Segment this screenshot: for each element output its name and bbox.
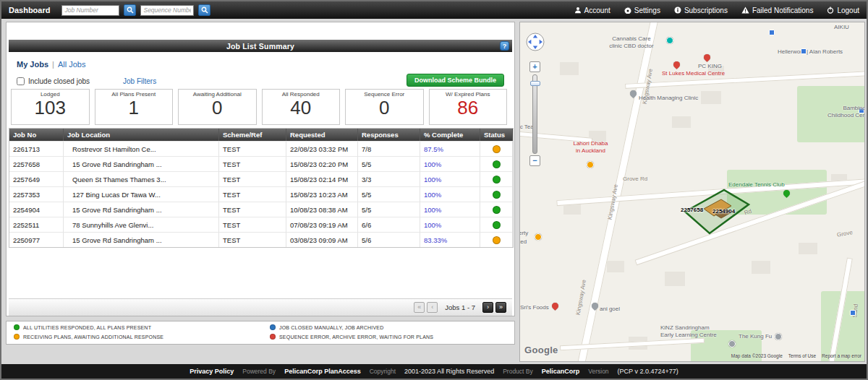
job-filters-link[interactable]: Job Filters [123,77,156,85]
zoom-slider-track[interactable] [532,74,537,154]
cell-responses: 5/6 [358,232,420,247]
cell-responses: 3/3 [358,171,420,186]
column-requested[interactable]: Requested [286,129,358,141]
version-label: Version [588,368,608,375]
powered-by-link[interactable]: PelicanCorp PlanAccess [284,368,361,375]
map-label-partial-erty-ted: erty ted [519,229,528,246]
filter-controls-row: Include closed jobs Job Filters [17,77,156,85]
lahori-restaurant-poi-icon [587,161,594,168]
cell-requested: 07/08/23 09:19 AM [286,217,358,232]
cell-responses: 5/5 [358,186,420,202]
include-closed-jobs-checkbox[interactable] [17,77,25,85]
cell-status [480,217,513,232]
map-pan-control[interactable] [526,33,545,51]
stat-value: 40 [263,98,340,119]
table-row[interactable]: 2250977 15 Grove Rd Sandringham ... TEST… [9,232,513,247]
cell-percent-complete: 100% [420,217,480,232]
cell-job-no: 2257658 [9,156,64,171]
download-scheme-bundle-button[interactable]: Download Scheme Bundle [407,74,504,87]
google-logo[interactable]: Google [524,345,558,355]
column-scheme-ref[interactable]: Scheme/Ref [219,129,286,141]
footer-bar: Privacy Policy Powered By PelicanCorp Pl… [1,364,867,379]
cell-requested: 10/08/23 08:38 AM [286,202,358,217]
table-row[interactable]: 2257658 15 Grove Rd Sandringham ... TEST… [9,156,513,171]
cell-job-no: 2257649 [9,171,64,186]
cell-scheme-ref: TEST [219,232,286,247]
previous-page-button[interactable]: ‹ [427,302,438,313]
logout-label: Logout [837,7,859,14]
subscriptions-label: Subscriptions [684,7,728,14]
warning-icon [741,7,749,14]
legend-text: ALL UTILITIES RESPONDED, ALL PLANS PRESE… [23,325,151,330]
map-canvas[interactable]: 2257658 2254904 AIKIU Cannabis Care clin… [519,22,865,362]
cell-status [480,171,513,186]
street-label-grove-partial: Grove [836,229,853,238]
account-menu-item[interactable]: Account [574,7,610,14]
table-row[interactable]: 2252511 78 Sunnyhills Ave Glenvi... TEST… [9,217,513,232]
tab-all-jobs[interactable]: All Jobs [58,60,86,69]
column-job-no[interactable]: Job No [9,129,64,141]
st-lukes-pin-icon [672,60,681,69]
map-marker-job-2257658[interactable]: 2257658 [681,207,703,213]
tab-my-jobs[interactable]: My Jobs [17,60,48,69]
dashboard-link[interactable]: Dashboard [9,6,50,14]
legend-item: ALL UTILITIES RESPONDED, ALL PLANS PRESE… [14,324,151,330]
zoom-out-button[interactable]: − [529,155,540,166]
terms-of-use-link[interactable]: Terms of Use [788,353,816,358]
zoom-slider-handle[interactable] [530,81,540,86]
cell-job-no: 2250977 [9,232,64,247]
job-number-search-button[interactable] [124,4,136,16]
stat-lodged: Lodged 103 [11,89,90,125]
transit-icon [769,30,775,35]
cell-scheme-ref: TEST [219,156,286,171]
map-label-kung-fu: The Kung Fu [739,333,772,340]
legend-text: RECEIVING PLANS, AWAITING ADDITIONAL RES… [23,334,163,340]
tab-divider: | [52,60,54,69]
cell-requested: 03/08/23 09:09 AM [286,232,358,247]
powered-by-label: Powered By [242,368,276,375]
zoom-in-button[interactable]: + [529,61,540,72]
map-building [607,261,624,272]
logout-menu-item[interactable]: Logout [827,7,859,14]
job-list-summary-panel: Job List Summary ? My Jobs|All Jobs Incl… [6,22,515,316]
failed-notifications-menu-item[interactable]: Failed Notifications [741,7,813,14]
cell-status [480,232,513,247]
privacy-policy-link[interactable]: Privacy Policy [190,368,234,375]
product-by-link[interactable]: PelicanCorp [542,368,580,375]
subscriptions-menu-item[interactable]: Subscriptions [674,7,728,14]
report-map-error-link[interactable]: Report a map error [822,353,861,358]
legend-item: RECEIVING PLANS, AWAITING ADDITIONAL RES… [14,334,163,340]
cell-scheme-ref: TEST [219,186,286,202]
column-responses[interactable]: Responses [358,129,420,141]
legend-item: SEQUENCE ERROR, ARCHIVE ERROR, WAITING F… [270,334,433,340]
street-label-grove-rd: Grove Rd [623,176,647,182]
sequence-number-input[interactable] [140,5,194,16]
cell-status [480,202,513,217]
product-by-label: Product By [503,368,533,375]
table-row[interactable]: 2254904 15 Grove Rd Sandringham ... TEST… [9,202,513,217]
last-page-button[interactable]: » [495,302,506,313]
map-label-sris-foods: Sri's Foods [520,304,549,311]
help-button[interactable]: ? [500,41,509,51]
sequence-number-search-button[interactable] [198,4,210,16]
label-line: clinic CBD doctor [609,43,653,49]
cell-requested: 22/08/23 03:32 PM [286,141,358,156]
first-page-button[interactable]: « [414,302,425,313]
column-percent-complete[interactable]: % Complete [420,129,480,141]
next-page-button[interactable]: › [482,302,493,313]
job-number-input[interactable] [61,5,119,16]
table-row[interactable]: 2257649 Queen St Thames Thames 3... TEST… [9,171,513,186]
map-building [665,272,685,286]
label-line: Lahori Dhaba [573,140,608,147]
stat-all-responded: All Responded 40 [262,89,341,125]
map-marker-job-2254904[interactable]: 2254904 [712,208,735,215]
cell-job-no: 2254904 [9,202,64,217]
table-row[interactable]: 2261713 Rostrevor St Hamilton Ce... TEST… [9,141,513,156]
column-status[interactable]: Status [480,129,513,141]
settings-menu-item[interactable]: Settings [624,7,660,14]
stat-value: 0 [346,98,423,119]
top-navigation-bar: Dashboard Account Settings Subscriptions… [1,1,867,19]
table-row[interactable]: 2257353 127 Bing Lucas Dr Tawa W... TEST… [9,186,513,202]
stat-value: 1 [95,98,173,119]
column-job-location[interactable]: Job Location [64,129,219,141]
